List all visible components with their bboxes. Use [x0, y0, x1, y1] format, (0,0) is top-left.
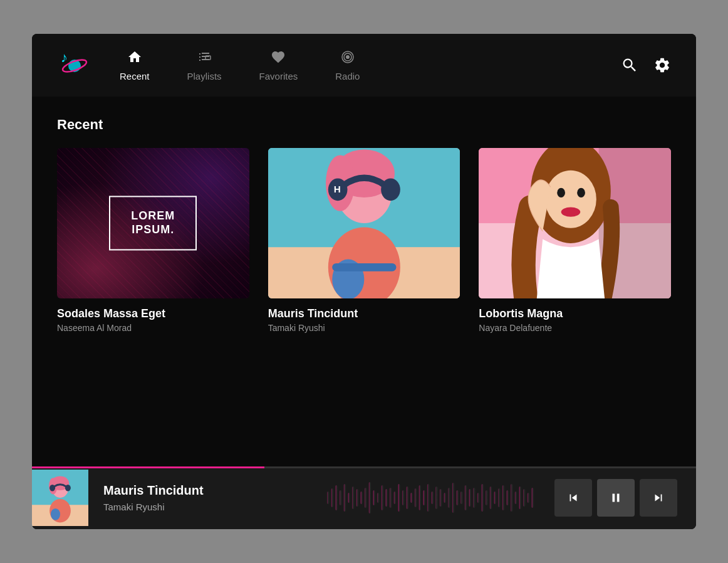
- card-image-3: [479, 148, 671, 298]
- svg-rect-42: [352, 487, 354, 509]
- svg-text:H: H: [333, 184, 340, 194]
- svg-rect-60: [427, 484, 429, 512]
- card-title-1: Sodales Massa Eget: [57, 307, 249, 320]
- svg-rect-48: [377, 493, 379, 503]
- nav-item-favorites[interactable]: Favorites: [259, 50, 298, 82]
- svg-rect-45: [365, 488, 367, 508]
- card-artist-3: Nayara Delafuente: [479, 323, 671, 333]
- player-progress-fill: [32, 466, 264, 468]
- next-button[interactable]: [640, 479, 677, 517]
- nav-item-radio[interactable]: Radio: [335, 50, 360, 82]
- svg-rect-85: [531, 488, 533, 508]
- card2-illustration: H: [268, 148, 460, 298]
- prev-icon: [566, 491, 580, 505]
- card-title-3: Lobortis Magna: [479, 307, 671, 320]
- svg-rect-83: [523, 489, 525, 507]
- player-info: Mauris Tincidunt Tamaki Ryushi: [88, 483, 327, 512]
- svg-rect-64: [444, 493, 445, 503]
- svg-rect-73: [481, 484, 483, 512]
- player-title: Mauris Tincidunt: [103, 483, 312, 498]
- logo-area: ♪: [57, 48, 95, 82]
- svg-rect-40: [344, 484, 346, 512]
- card-title-2: Mauris Tincidunt: [268, 307, 460, 320]
- pause-icon: [609, 491, 623, 505]
- search-icon: [621, 56, 638, 74]
- prev-button[interactable]: [554, 479, 592, 517]
- svg-rect-52: [394, 492, 396, 504]
- svg-rect-44: [360, 492, 362, 504]
- card-image-2: H: [268, 148, 460, 298]
- player-bar: Mauris Tincidunt Tamaki Ryushi: [32, 466, 696, 529]
- svg-rect-70: [469, 489, 471, 507]
- svg-rect-78: [502, 485, 504, 510]
- nav-item-recent[interactable]: Recent: [120, 50, 150, 82]
- nav-right: [621, 56, 671, 74]
- svg-rect-47: [373, 490, 375, 505]
- search-button[interactable]: [621, 56, 638, 74]
- nav-item-playlists[interactable]: Playlists: [187, 50, 222, 82]
- svg-rect-63: [440, 489, 442, 507]
- player-thumbnail: [32, 470, 88, 526]
- svg-rect-76: [494, 492, 496, 504]
- nav-items: Recent Playlists Favori: [120, 50, 621, 82]
- favorites-icon: [271, 50, 286, 67]
- app-container: ♪ Recent Pla: [32, 34, 696, 529]
- recent-icon: [127, 50, 142, 67]
- svg-rect-84: [528, 493, 529, 503]
- svg-rect-56: [410, 493, 412, 503]
- nav-item-radio-label: Radio: [335, 71, 360, 82]
- svg-point-25: [558, 188, 566, 197]
- card-lobortis[interactable]: Lobortis Magna Nayara Delafuente: [479, 148, 671, 333]
- svg-rect-36: [327, 492, 329, 504]
- svg-rect-72: [477, 493, 479, 503]
- settings-icon: [653, 56, 671, 74]
- lorem-line1: LOREM: [125, 209, 180, 223]
- card-artist-1: Naseema Al Morad: [57, 323, 249, 333]
- svg-rect-51: [390, 488, 392, 508]
- svg-rect-18: [332, 263, 396, 271]
- svg-rect-79: [506, 490, 508, 505]
- player-progress-track[interactable]: [32, 466, 696, 468]
- cards-row: LOREM IPSUM. Sodales Massa Eget Naseema …: [57, 148, 671, 333]
- svg-rect-74: [486, 490, 487, 505]
- player-controls: [536, 479, 696, 517]
- player-waveform: [327, 479, 536, 517]
- top-nav: ♪ Recent Pla: [32, 34, 696, 97]
- svg-rect-59: [423, 490, 425, 505]
- svg-rect-50: [385, 489, 387, 507]
- svg-rect-61: [432, 492, 434, 504]
- settings-button[interactable]: [653, 56, 671, 74]
- svg-rect-38: [335, 485, 337, 510]
- svg-rect-77: [498, 488, 500, 507]
- svg-rect-43: [356, 489, 358, 507]
- svg-point-26: [578, 188, 586, 197]
- nav-item-favorites-label: Favorites: [259, 71, 298, 82]
- svg-text:♪: ♪: [61, 50, 68, 65]
- section-title: Recent: [57, 117, 671, 133]
- svg-point-35: [51, 508, 60, 520]
- svg-rect-62: [435, 487, 437, 509]
- svg-point-7: [347, 56, 348, 58]
- logo-icon: ♪: [57, 48, 88, 80]
- svg-rect-75: [490, 487, 492, 509]
- svg-rect-82: [519, 487, 521, 509]
- svg-rect-37: [331, 488, 333, 507]
- play-pause-button[interactable]: [597, 479, 635, 517]
- svg-rect-71: [473, 488, 475, 508]
- lorem-ipsum-box: LOREM IPSUM.: [109, 196, 197, 250]
- card-mauris[interactable]: H Mauris Tincidunt Tamaki Ryushi: [268, 148, 460, 333]
- main-content: Recent LOREM IPSUM. Sodales Massa Eget N…: [32, 97, 696, 466]
- card-artist-2: Tamaki Ryushi: [268, 323, 460, 333]
- nav-item-playlists-label: Playlists: [187, 71, 222, 82]
- svg-rect-49: [382, 485, 383, 510]
- svg-rect-46: [369, 482, 371, 513]
- svg-rect-39: [340, 490, 341, 505]
- svg-rect-55: [407, 487, 408, 509]
- radio-icon: [340, 50, 355, 67]
- svg-rect-68: [460, 492, 462, 504]
- card-sodales[interactable]: LOREM IPSUM. Sodales Massa Eget Naseema …: [57, 148, 249, 333]
- svg-rect-54: [402, 490, 404, 505]
- svg-rect-58: [419, 485, 421, 510]
- svg-rect-67: [456, 490, 458, 505]
- svg-rect-66: [452, 483, 454, 513]
